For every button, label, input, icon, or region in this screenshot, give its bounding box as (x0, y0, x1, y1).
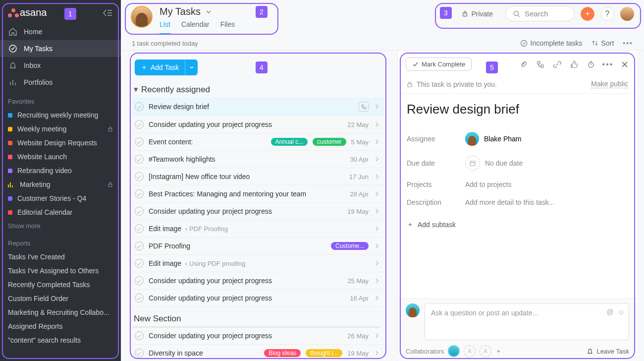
task-row[interactable]: Review design brief (133, 98, 383, 116)
task-row[interactable]: Consider updating your project progress2… (133, 327, 383, 345)
task-row[interactable]: [Instagram] New office tour video17 Jun (133, 168, 383, 185)
nav-inbox[interactable]: Inbox (0, 57, 121, 74)
mention-icon[interactable]: @ (606, 308, 613, 316)
privacy-toggle[interactable]: Private (455, 6, 499, 21)
emoji-icon[interactable]: ☺ (618, 308, 625, 316)
complete-checkbox[interactable] (135, 155, 144, 164)
sidebar-favorite[interactable]: Weekly meeting (0, 122, 121, 136)
project-pill[interactable]: Blog ideas (264, 349, 301, 357)
mark-complete-button[interactable]: Mark Complete (406, 58, 472, 71)
nav-home[interactable]: Home (0, 23, 121, 40)
task-row[interactable]: Diversity in spaceBlog ideasthought l...… (133, 345, 383, 361)
show-more-favorites[interactable]: Show more (0, 219, 121, 233)
sidebar-report[interactable]: Assigned Reports (0, 319, 121, 333)
more-actions-button[interactable]: ••• (623, 39, 633, 47)
description-input[interactable]: Add more detail to this task... (465, 198, 555, 206)
sidebar-favorite[interactable]: Customer Stories - Q4 (0, 191, 121, 205)
complete-checkbox[interactable] (135, 189, 144, 198)
task-title: Edit image ‹ PDF Proofing (149, 225, 369, 233)
collaborator-avatar[interactable] (448, 345, 460, 357)
sidebar-favorite[interactable]: Marketing (0, 178, 121, 191)
project-pill[interactable]: Custome... (331, 242, 369, 250)
collapse-sidebar-button[interactable] (102, 8, 113, 17)
comment-input[interactable]: Ask a question or post an update... @ ☺ (425, 303, 629, 340)
task-row[interactable]: Edit image ‹ PDF Proofing (133, 220, 383, 238)
complete-checkbox[interactable] (135, 172, 144, 181)
complete-checkbox[interactable] (135, 137, 144, 146)
sidebar-report[interactable]: Custom Field Order (0, 292, 121, 305)
sidebar-report[interactable]: Tasks I've Assigned to Others (0, 264, 121, 278)
main-area: My Tasks List Calendar Files Private Sea… (121, 0, 644, 361)
sidebar-favorite[interactable]: Recruiting weekly meeting (0, 108, 121, 122)
sidebar-favorite[interactable]: Website Design Requests (0, 136, 121, 150)
task-row[interactable]: Consider updating your project progress2… (133, 272, 383, 290)
complete-checkbox[interactable] (135, 120, 144, 129)
complete-checkbox[interactable] (135, 224, 144, 233)
user-avatar-large[interactable] (131, 6, 153, 28)
add-collaborator-slot[interactable] (464, 345, 476, 357)
more-icon[interactable]: ••• (603, 60, 612, 69)
link-icon[interactable] (553, 60, 562, 69)
filter-incomplete-tasks[interactable]: Incomplete tasks (520, 39, 583, 47)
add-projects[interactable]: Add to projects (465, 180, 511, 188)
due-date-value[interactable]: No due date (465, 156, 523, 171)
task-row[interactable]: Best Practices: Managing and mentoring y… (133, 185, 383, 203)
complete-checkbox[interactable] (135, 276, 144, 285)
assignee-value[interactable]: Blake Pham (465, 132, 521, 146)
add-collaborator-button[interactable]: ＋ (495, 347, 502, 356)
nav-portfolios[interactable]: Portfolios (0, 74, 121, 91)
sort-button[interactable]: Sort (591, 39, 614, 47)
search-input[interactable]: Search (505, 6, 575, 21)
task-row[interactable]: Consider updating your project progress1… (133, 203, 383, 220)
leave-task-button[interactable]: Leave Task (587, 348, 629, 355)
help-button[interactable]: ? (600, 7, 614, 21)
sidebar-report[interactable]: Marketing & Recruiting Collabo... (0, 305, 121, 319)
sidebar-report[interactable]: Tasks I've Created (0, 250, 121, 264)
complete-checkbox[interactable] (135, 331, 144, 340)
task-title[interactable]: Review design brief (407, 102, 628, 117)
complete-checkbox[interactable] (135, 241, 144, 250)
task-row[interactable]: #Teamwork highlights30 Apr (133, 151, 383, 168)
task-row[interactable]: Consider updating your project progress2… (133, 116, 383, 133)
task-row[interactable]: Consider updating your project progress1… (133, 290, 383, 307)
like-icon[interactable] (570, 60, 579, 69)
sidebar-favorite[interactable]: Rebranding video (0, 164, 121, 178)
add-task-dropdown[interactable] (185, 60, 198, 75)
project-pill[interactable]: Annual c... (271, 138, 308, 146)
nav-my-tasks[interactable]: My Tasks (0, 40, 121, 57)
sidebar-favorite[interactable]: Website Launch (0, 150, 121, 164)
sidebar-report[interactable]: "content" search results (0, 333, 121, 347)
task-row[interactable]: PDF ProofingCustome... (133, 238, 383, 255)
project-pill[interactable]: thought l... (306, 349, 342, 357)
tab-calendar[interactable]: Calendar (181, 20, 210, 34)
bars-icon (8, 181, 15, 187)
complete-checkbox[interactable] (135, 259, 144, 268)
complete-checkbox[interactable] (135, 349, 144, 358)
complete-checkbox[interactable] (135, 102, 144, 111)
quick-add-button[interactable]: ＋ (581, 7, 594, 21)
subtask-icon[interactable] (536, 60, 545, 69)
tab-list[interactable]: List (160, 20, 170, 34)
project-pill[interactable]: customer (313, 138, 346, 146)
add-collaborator-slot[interactable] (480, 345, 491, 357)
complete-checkbox[interactable] (135, 207, 144, 216)
user-menu-avatar[interactable] (620, 7, 634, 21)
chevron-down-icon[interactable] (205, 8, 213, 16)
subtask-indicator-icon[interactable] (359, 102, 369, 112)
assignee-avatar (465, 132, 479, 146)
tab-files[interactable]: Files (220, 20, 235, 34)
attachment-icon[interactable] (519, 60, 528, 69)
task-section-toggle[interactable]: ▾ Recently assigned (133, 81, 383, 98)
app-logo[interactable]: asana (8, 7, 47, 18)
add-subtask-button[interactable]: ＋ Add subtask (407, 211, 628, 238)
sidebar-favorite[interactable]: Editorial Calendar (0, 205, 121, 219)
sidebar-report[interactable]: Recently Completed Tasks (0, 278, 121, 292)
complete-checkbox[interactable] (135, 294, 144, 302)
task-row[interactable]: Event content:Annual c...customer5 May (133, 133, 383, 151)
add-task-button[interactable]: ＋ Add Task (135, 60, 185, 75)
timer-icon[interactable] (587, 60, 595, 69)
task-row[interactable]: Edit image ‹ Using PDF proofing (133, 255, 383, 272)
make-public-link[interactable]: Make public (591, 80, 628, 88)
section-heading[interactable]: New Section (133, 307, 380, 327)
close-icon[interactable] (620, 60, 629, 69)
